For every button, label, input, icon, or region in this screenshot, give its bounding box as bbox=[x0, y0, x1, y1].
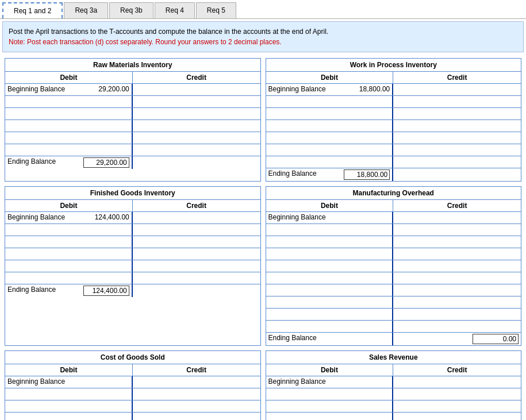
t-account-manufacturing-overhead: Manufacturing OverheadDebitCreditBeginni… bbox=[266, 186, 522, 346]
table-row bbox=[266, 108, 521, 120]
table-row bbox=[5, 132, 260, 144]
row-label: Beginning Balance bbox=[268, 377, 326, 386]
tab-req1and2[interactable]: Req 1 and 2 bbox=[2, 2, 63, 18]
t-account-sales-revenue: Sales RevenueDebitCreditBeginning Balanc… bbox=[266, 350, 522, 420]
t-account-finished-goods: Finished Goods InventoryDebitCreditBegin… bbox=[5, 186, 261, 346]
table-row bbox=[5, 236, 260, 248]
table-row bbox=[266, 96, 521, 108]
table-row bbox=[5, 248, 260, 260]
accounts-grid: Raw Materials InventoryDebitCreditBeginn… bbox=[2, 56, 524, 420]
t-account-title-finished-goods: Finished Goods Inventory bbox=[5, 187, 260, 200]
t-account-title-cost-of-goods-sold: Cost of Goods Sold bbox=[5, 351, 260, 364]
ending-balance-credit-box: 0.00 bbox=[473, 334, 519, 344]
table-row: Ending Balance29,200.00 bbox=[5, 156, 260, 169]
credit-header-cost-of-goods-sold: Credit bbox=[133, 364, 260, 376]
table-row bbox=[266, 321, 521, 333]
table-row bbox=[266, 309, 521, 321]
t-account-headers-raw-materials: DebitCredit bbox=[5, 72, 260, 84]
table-row bbox=[5, 108, 260, 120]
table-row bbox=[5, 224, 260, 236]
instructions-main: Post the April transactions to the T-acc… bbox=[9, 26, 517, 37]
table-row: Beginning Balance bbox=[266, 376, 521, 388]
table-row: Ending Balance18,800.00 bbox=[266, 168, 521, 181]
table-row bbox=[5, 388, 260, 400]
t-account-headers-sales-revenue: DebitCredit bbox=[266, 364, 521, 376]
tab-bar: Req 1 and 2 Req 3a Req 3b Req 4 Req 5 bbox=[0, 0, 526, 19]
instructions-note: Note: Post each transaction (d) cost sep… bbox=[9, 37, 517, 47]
row-label: Beginning Balance bbox=[268, 85, 326, 93]
debit-header-raw-materials: Debit bbox=[5, 72, 133, 83]
table-row bbox=[266, 224, 521, 236]
credit-header-finished-goods: Credit bbox=[133, 200, 260, 211]
table-row bbox=[266, 413, 521, 420]
row-debit-amount: 124,400.00 bbox=[95, 213, 129, 221]
credit-header-sales-revenue: Credit bbox=[393, 364, 521, 376]
tab-req5[interactable]: Req 5 bbox=[196, 2, 236, 18]
ending-balance-label: Ending Balance bbox=[7, 157, 56, 165]
debit-header-sales-revenue: Debit bbox=[266, 364, 394, 376]
row-label: Beginning Balance bbox=[7, 85, 65, 93]
t-account-title-raw-materials: Raw Materials Inventory bbox=[5, 59, 260, 72]
row-label: Beginning Balance bbox=[7, 377, 65, 386]
instructions-panel: Post the April transactions to the T-acc… bbox=[2, 21, 524, 52]
table-row bbox=[5, 144, 260, 156]
table-row: Beginning Balance bbox=[5, 376, 260, 388]
t-account-headers-manufacturing-overhead: DebitCredit bbox=[266, 200, 521, 212]
table-row bbox=[266, 248, 521, 260]
tab-req3b[interactable]: Req 3b bbox=[109, 2, 153, 18]
ending-balance-label: Ending Balance bbox=[268, 169, 317, 178]
t-account-title-manufacturing-overhead: Manufacturing Overhead bbox=[266, 187, 521, 200]
debit-header-work-in-process: Debit bbox=[266, 72, 394, 83]
t-account-title-work-in-process: Work in Process Inventory bbox=[266, 59, 521, 72]
row-debit-amount: 29,200.00 bbox=[98, 85, 129, 93]
table-row bbox=[266, 236, 521, 248]
table-row bbox=[266, 400, 521, 413]
table-row: Ending Balance124,400.00 bbox=[5, 284, 260, 297]
table-row: Beginning Balance124,400.00 bbox=[5, 212, 260, 224]
debit-header-finished-goods: Debit bbox=[5, 200, 133, 211]
t-account-headers-work-in-process: DebitCredit bbox=[266, 72, 521, 84]
tab-req4[interactable]: Req 4 bbox=[155, 2, 195, 18]
credit-header-raw-materials: Credit bbox=[133, 72, 260, 83]
table-row bbox=[266, 388, 521, 400]
table-row bbox=[5, 260, 260, 272]
table-row bbox=[5, 272, 260, 284]
table-row bbox=[266, 144, 521, 156]
t-account-work-in-process: Work in Process InventoryDebitCreditBegi… bbox=[266, 58, 522, 182]
t-account-cost-of-goods-sold: Cost of Goods SoldDebitCreditBeginning B… bbox=[5, 350, 261, 420]
ending-balance-label: Ending Balance bbox=[7, 286, 56, 294]
table-row bbox=[266, 260, 521, 272]
table-row: Beginning Balance29,200.00 bbox=[5, 84, 260, 96]
table-row bbox=[266, 272, 521, 284]
debit-header-manufacturing-overhead: Debit bbox=[266, 200, 394, 211]
table-row bbox=[266, 120, 521, 132]
table-row: Ending Balance0.00 bbox=[266, 333, 521, 345]
t-account-headers-cost-of-goods-sold: DebitCredit bbox=[5, 364, 260, 376]
ending-balance-debit-box: 29,200.00 bbox=[83, 157, 129, 168]
table-row bbox=[5, 413, 260, 420]
row-debit-amount: 18,800.00 bbox=[359, 85, 390, 93]
debit-header-cost-of-goods-sold: Debit bbox=[5, 364, 133, 376]
table-row bbox=[266, 132, 521, 144]
row-label: Beginning Balance bbox=[268, 213, 326, 221]
t-account-raw-materials: Raw Materials InventoryDebitCreditBeginn… bbox=[5, 58, 261, 182]
table-row bbox=[5, 400, 260, 413]
table-row bbox=[5, 120, 260, 132]
table-row bbox=[5, 96, 260, 108]
credit-header-manufacturing-overhead: Credit bbox=[393, 200, 521, 211]
tab-req3a[interactable]: Req 3a bbox=[64, 2, 108, 18]
t-account-headers-finished-goods: DebitCredit bbox=[5, 200, 260, 212]
table-row: Beginning Balance18,800.00 bbox=[266, 84, 521, 96]
ending-balance-debit-box: 18,800.00 bbox=[344, 169, 390, 180]
credit-header-work-in-process: Credit bbox=[393, 72, 521, 83]
table-row bbox=[266, 296, 521, 309]
table-row: Beginning Balance bbox=[266, 212, 521, 224]
ending-balance-debit-box: 124,400.00 bbox=[83, 286, 129, 296]
table-row bbox=[266, 156, 521, 168]
ending-balance-label: Ending Balance bbox=[268, 334, 317, 342]
row-label: Beginning Balance bbox=[7, 213, 65, 221]
t-account-title-sales-revenue: Sales Revenue bbox=[266, 351, 521, 364]
table-row bbox=[266, 284, 521, 296]
